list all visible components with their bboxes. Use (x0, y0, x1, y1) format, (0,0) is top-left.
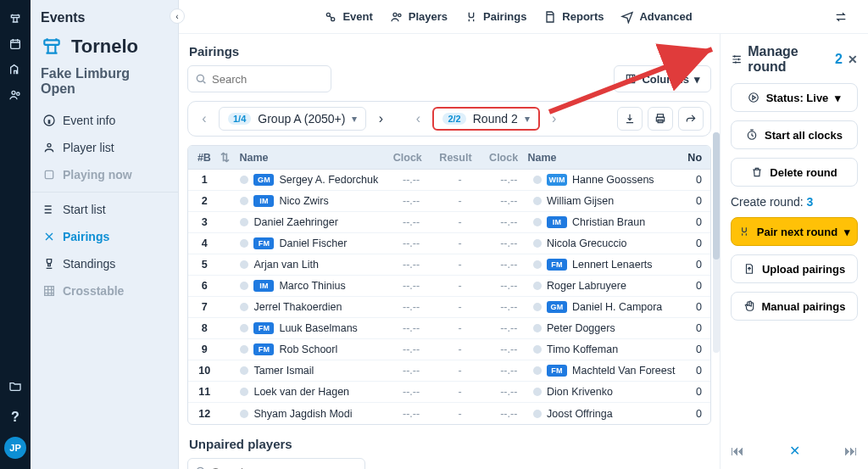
table-row[interactable]: 6 IMMarco Thinius --.-- - --.-- Roger La… (188, 276, 710, 297)
columns-button-label: Columns (642, 73, 689, 86)
th-name-black[interactable]: Name (527, 152, 687, 164)
black-name: Hanne Goossens (572, 174, 654, 186)
tab-pairings[interactable]: Pairings (456, 5, 535, 29)
top-swap-icon[interactable] (826, 5, 856, 29)
th-no[interactable]: No (687, 152, 710, 164)
status-dot (533, 239, 542, 248)
pair-next-round-label: Pair next round (757, 226, 837, 238)
pairings-search-input[interactable] (187, 65, 331, 92)
table-row[interactable]: 5 Arjan van Lith --.-- - --.-- FMLennert… (188, 254, 710, 276)
columns-button[interactable]: Columns ▾ (614, 65, 711, 92)
delete-round-button[interactable]: Delete round (731, 158, 858, 187)
unpaired-search-input[interactable] (187, 458, 365, 469)
status-dot (533, 366, 542, 375)
round-next[interactable]: › (545, 108, 564, 130)
manual-pairings-label: Manual pairings (762, 300, 846, 313)
table-row[interactable]: 7 Jerrel Thakoerdien --.-- - --.-- GMDan… (188, 297, 710, 318)
cell-black: Dion Krivenko (533, 386, 696, 398)
tab-players[interactable]: Players (381, 5, 456, 29)
black-name: Nicola Grecuccio (547, 237, 626, 249)
group-select[interactable]: 1/4 Group A (2050+) ▾ (219, 107, 366, 131)
nav-pairings-label: Pairings (63, 230, 109, 243)
table-row[interactable]: 3 Daniel Zaehringer --.-- - --.-- IMChri… (188, 212, 710, 233)
table-row[interactable]: 2 IMNico Zwirs --.-- - --.-- William Gij… (188, 191, 710, 212)
cell-no: 0 (696, 322, 710, 334)
rail-folder-icon[interactable] (8, 379, 22, 393)
cell-board: 5 (188, 259, 220, 271)
tab-event[interactable]: Event (315, 5, 381, 29)
table-row[interactable]: 8 FMLuuk Baselmans --.-- - --.-- Peter D… (188, 318, 710, 339)
nav-pairings[interactable]: Pairings (31, 223, 178, 250)
cell-clock1: --.-- (387, 408, 436, 420)
pair-next-round-button[interactable]: Pair next round ▾ (731, 217, 858, 246)
rail-org-icon[interactable] (8, 63, 22, 76)
cell-white: FMRob Schoorl (240, 343, 387, 355)
brand-logo-icon (41, 36, 63, 58)
group-next[interactable]: › (371, 108, 390, 130)
table-row[interactable]: 12 Shyam Jagdish Modi --.-- - --.-- Joos… (188, 403, 710, 424)
white-name: Loek van der Hagen (253, 386, 349, 398)
cell-board: 11 (188, 386, 220, 398)
upload-icon (743, 263, 755, 275)
th-result[interactable]: Result (431, 152, 480, 164)
th-sort-icon[interactable]: ⇅ (220, 151, 240, 164)
footer-cross-icon[interactable]: ✕ (789, 443, 800, 459)
th-board[interactable]: #B (188, 152, 220, 164)
table-row[interactable]: 10 Tamer Ismail --.-- - --.-- FMMachteld… (188, 360, 710, 382)
upload-pairings-button[interactable]: Upload pairings (731, 254, 858, 283)
round-select[interactable]: 2/2 Round 2 ▾ (432, 107, 539, 131)
round-prev[interactable]: ‹ (409, 108, 427, 130)
manual-pairings-button[interactable]: Manual pairings (731, 292, 858, 321)
rail-help-icon[interactable]: ? (11, 410, 19, 425)
cell-result: - (436, 216, 485, 228)
close-right-panel[interactable]: ✕ (848, 53, 858, 66)
svg-point-2 (12, 91, 15, 94)
cell-result: - (436, 280, 485, 292)
cell-no: 0 (696, 408, 710, 420)
table-row[interactable]: 9 FMRob Schoorl --.-- - --.-- Timo Koffe… (188, 339, 710, 360)
nav-event-info-label: Event info (63, 114, 115, 127)
nav-event-info[interactable]: Event info (31, 107, 178, 134)
share-button[interactable] (678, 107, 704, 131)
nav-standings[interactable]: Standings (31, 250, 178, 277)
right-panel: Manage round 2 ✕ Status: Live ▾ Start al… (720, 34, 868, 469)
start-clocks-button[interactable]: Start all clocks (731, 120, 858, 149)
cell-board: 10 (188, 365, 220, 377)
th-clock1[interactable]: Clock (383, 152, 431, 164)
cell-white: Shyam Jagdish Modi (240, 408, 387, 420)
print-button[interactable] (648, 107, 673, 131)
create-round-number: 3 (807, 195, 814, 209)
table-row[interactable]: 4 FMDaniel Fischer --.-- - --.-- Nicola … (188, 233, 710, 254)
rail-calendar-icon[interactable] (8, 37, 22, 51)
tab-advanced[interactable]: Advanced (612, 5, 700, 29)
footer-first-icon[interactable]: ⏮ (731, 444, 744, 459)
nav-start-list[interactable]: Start list (31, 196, 178, 223)
cell-clock1: --.-- (387, 365, 436, 377)
cell-black: FMMachteld Van Foreest (533, 365, 696, 377)
cell-clock1: --.-- (387, 301, 436, 313)
footer-last-icon[interactable]: ⏭ (844, 444, 858, 459)
icon-rail: ? JP (0, 0, 31, 469)
nav-playing-now[interactable]: Playing now (31, 161, 178, 188)
status-button[interactable]: Status: Live ▾ (731, 83, 858, 112)
group-prev[interactable]: ‹ (195, 108, 214, 130)
table-row[interactable]: 1 GMSergey A. Fedorchuk --.-- - --.-- WI… (188, 170, 710, 191)
cell-clock2: --.-- (484, 259, 533, 271)
manage-round-header: Manage round 2 ✕ (731, 44, 858, 75)
rail-avatar[interactable]: JP (4, 437, 26, 459)
cell-no: 0 (696, 195, 710, 207)
white-name: Jerrel Thakoerdien (253, 301, 342, 313)
rail-logo-icon (8, 12, 22, 25)
tab-reports[interactable]: Reports (535, 5, 612, 29)
table-row[interactable]: 11 Loek van der Hagen --.-- - --.-- Dion… (188, 382, 710, 403)
th-name-white[interactable]: Name (239, 152, 383, 164)
scrollbar-thumb[interactable] (713, 132, 720, 260)
rail-users-icon[interactable] (8, 88, 22, 102)
download-button[interactable] (617, 107, 643, 131)
nav-player-list[interactable]: Player list (31, 134, 178, 161)
nav-crosstable[interactable]: Crosstable (31, 277, 178, 304)
round-controls: ‹ 1/4 Group A (2050+) ▾ › ‹ 2/2 Round 2 … (187, 101, 711, 137)
th-clock2[interactable]: Clock (480, 152, 528, 164)
nav-crosstable-label: Crosstable (63, 284, 124, 298)
status-dot (533, 282, 542, 290)
